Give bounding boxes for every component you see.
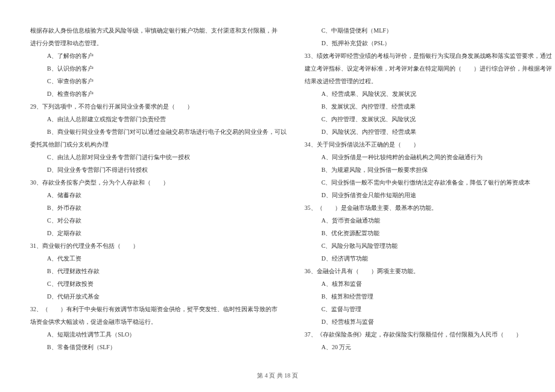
- q29-option-b-line1: B、商业银行同业业务专营部门对可以通过金融交易市场进行电子化交易的同业业务，可以: [30, 125, 287, 138]
- q33-stem-line2: 建立考评指标、设定考评标准，对考评对象在特定期间的（ ）进行综合评价，并根据考评: [305, 62, 552, 75]
- q34-stem: 34、关于同业拆借说法不正确的是（ ）: [305, 138, 552, 151]
- q36-option-b: B、核算和经营管理: [305, 290, 552, 303]
- q33-stem-line3: 结果改进经营管理的过程。: [305, 75, 552, 87]
- q28-intro-line2: 进行分类管理和动态管理。: [30, 37, 287, 49]
- q31-option-c: C、代理财政投资: [30, 277, 287, 290]
- q29-option-c: C、由法人总部对同业业务专营部门进行集中统一授权: [30, 151, 287, 163]
- q37-option-a: A、20 万元: [305, 341, 552, 353]
- right-column: C、中期借贷便利（MLF） D、抵押补充贷款（PSL） 33、绩效考评即经营业绩…: [305, 24, 552, 353]
- q28-option-c: C、审查你的客户: [30, 75, 287, 87]
- page-footer: 第 4 页 共 18 页: [0, 371, 555, 380]
- q32-stem-line1: 32、（ ）有利于中央银行有效调节市场短期资金供给，熨平突发性、临时性因素导致的…: [30, 303, 287, 315]
- q34-option-a: A、同业拆借是一种比较纯粹的金融机构之间的资金融通行为: [305, 151, 552, 163]
- left-column: 根据存款人身份信息核验方式及风险等级，审慎确定银行账户功能、支付渠道和支付限额，…: [30, 24, 287, 353]
- q34-option-c: C、同业拆借一般不需向中央银行缴纳法定存款准备金，降低了银行的筹资成本: [305, 176, 552, 189]
- q35-stem: 35、（ ）是金融市场最主要、最基本的功能。: [305, 201, 552, 214]
- q31-option-a: A、代发工资: [30, 252, 287, 265]
- q34-option-d: D、同业拆借资金只能作短期的用途: [305, 189, 552, 201]
- q31-stem: 31、商业银行的代理业务不包括（ ）: [30, 239, 287, 252]
- q33-stem-line1: 33、绩效考评即经营业绩的考核与评价，是指银行为实现自身发展战略和落实监管要求，…: [305, 49, 552, 62]
- q35-option-d: D、经济调节功能: [305, 252, 552, 265]
- q32-stem-line2: 场资金供求大幅波动，促进金融市场平稳运行。: [30, 315, 287, 328]
- q34-option-b: B、为规避风险，同业拆借一般要求担保: [305, 163, 552, 176]
- q29-option-b-line2: 委托其他部门或分支机构办理: [30, 138, 287, 151]
- q36-option-c: C、监督与管理: [305, 303, 552, 315]
- q32-option-a: A、短期流动性调节工具（SLO）: [30, 328, 287, 341]
- q28-option-b: B、认识你的客户: [30, 62, 287, 75]
- q30-option-b: B、外币存款: [30, 201, 287, 214]
- q33-option-d: D、风险状况、内控管理、经营成果: [305, 125, 552, 138]
- q28-option-a: A、了解你的客户: [30, 49, 287, 62]
- q30-option-d: D、定期存款: [30, 227, 287, 239]
- q37-stem: 37、《存款保险条例》规定，存款保险实行限额偿付，偿付限额为人民币（ ）: [305, 328, 552, 341]
- q30-stem: 30、存款业务按客户类型，分为个人存款和（ ）: [30, 176, 287, 189]
- q33-option-a: A、经营成果、风险状况、发展状况: [305, 87, 552, 100]
- document-content: 根据存款人身份信息核验方式及风险等级，审慎确定银行账户功能、支付渠道和支付限额，…: [30, 24, 525, 353]
- q31-option-d: D、代销开放式基金: [30, 290, 287, 303]
- q35-option-a: A、货币资金融通功能: [305, 214, 552, 227]
- q33-option-c: C、内控管理、发展状况、风险状况: [305, 113, 552, 125]
- q29-option-a: A、由法人总部建立或指定专营部门负责经营: [30, 113, 287, 125]
- q33-option-b: B、发展状况、内控管理、经营成果: [305, 100, 552, 113]
- q29-option-d: D、同业业务专营部门不得进行转授权: [30, 163, 287, 176]
- q36-stem: 36、金融会计具有（ ）两项主要功能。: [305, 265, 552, 277]
- q29-stem: 29、下列选项中，不符合银行开展同业业务要求的是（ ）: [30, 100, 287, 113]
- q35-option-c: C、风险分散与风险管理功能: [305, 239, 552, 252]
- q28-intro-line1: 根据存款人身份信息核验方式及风险等级，审慎确定银行账户功能、支付渠道和支付限额，…: [30, 24, 287, 37]
- q30-option-c: C、对公存款: [30, 214, 287, 227]
- q35-option-b: B、优化资源配置功能: [305, 227, 552, 239]
- q31-option-b: B、代理财政性存款: [30, 265, 287, 277]
- q32-option-b: B、常备借贷便利（SLF）: [30, 341, 287, 353]
- q36-option-d: D、经营核算与监督: [305, 315, 552, 328]
- q32-option-c: C、中期借贷便利（MLF）: [305, 24, 552, 37]
- q36-option-a: A、核算和监督: [305, 277, 552, 290]
- q28-option-d: D、检查你的客户: [30, 87, 287, 100]
- q32-option-d: D、抵押补充贷款（PSL）: [305, 37, 552, 49]
- q30-option-a: A、储蓄存款: [30, 189, 287, 201]
